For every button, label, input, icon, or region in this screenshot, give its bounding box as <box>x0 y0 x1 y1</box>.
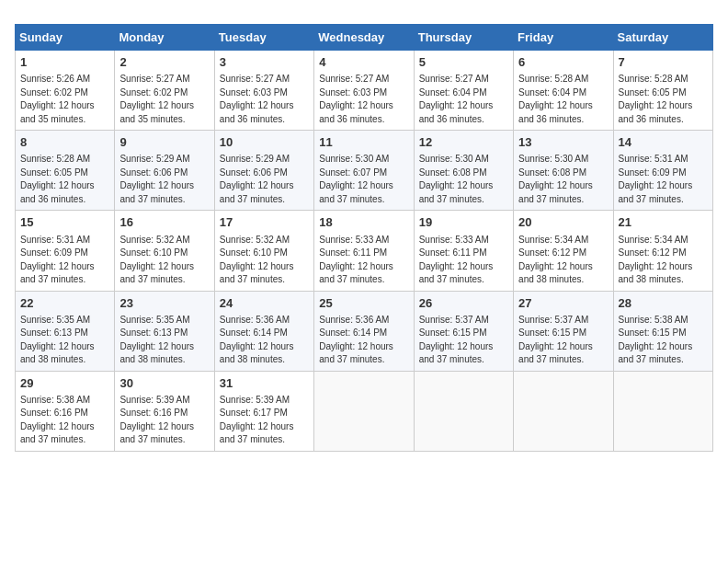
calendar-cell: 9Sunrise: 5:29 AM Sunset: 6:06 PM Daylig… <box>115 131 214 211</box>
calendar-cell: 3Sunrise: 5:27 AM Sunset: 6:03 PM Daylig… <box>214 51 313 131</box>
day-info: Sunrise: 5:27 AM Sunset: 6:03 PM Dayligh… <box>220 73 309 126</box>
calendar-week-5: 29Sunrise: 5:38 AM Sunset: 6:16 PM Dayli… <box>16 371 713 451</box>
calendar-cell: 6Sunrise: 5:28 AM Sunset: 6:04 PM Daylig… <box>514 51 613 131</box>
calendar-cell: 11Sunrise: 5:30 AM Sunset: 6:07 PM Dayli… <box>314 131 414 211</box>
day-number: 12 <box>419 134 508 151</box>
day-number: 10 <box>220 134 309 151</box>
day-number: 25 <box>319 295 408 312</box>
day-info: Sunrise: 5:28 AM Sunset: 6:04 PM Dayligh… <box>518 73 608 126</box>
day-info: Sunrise: 5:29 AM Sunset: 6:06 PM Dayligh… <box>220 153 309 206</box>
day-info: Sunrise: 5:29 AM Sunset: 6:06 PM Dayligh… <box>119 153 209 206</box>
calendar-cell: 5Sunrise: 5:27 AM Sunset: 6:04 PM Daylig… <box>414 51 513 131</box>
day-number: 17 <box>220 214 309 231</box>
day-number: 5 <box>419 54 508 71</box>
calendar-cell: 30Sunrise: 5:39 AM Sunset: 6:16 PM Dayli… <box>115 371 214 451</box>
day-number: 30 <box>119 375 209 392</box>
calendar-cell: 13Sunrise: 5:30 AM Sunset: 6:08 PM Dayli… <box>514 131 613 211</box>
day-info: Sunrise: 5:32 AM Sunset: 6:10 PM Dayligh… <box>220 234 309 287</box>
day-number: 15 <box>20 214 109 231</box>
day-info: Sunrise: 5:30 AM Sunset: 6:07 PM Dayligh… <box>319 153 408 206</box>
weekday-header-thursday: Thursday <box>414 25 513 51</box>
day-info: Sunrise: 5:33 AM Sunset: 6:11 PM Dayligh… <box>419 234 508 287</box>
day-number: 28 <box>619 295 708 312</box>
calendar-week-1: 1Sunrise: 5:26 AM Sunset: 6:02 PM Daylig… <box>16 51 713 131</box>
calendar-cell: 2Sunrise: 5:27 AM Sunset: 6:02 PM Daylig… <box>115 51 214 131</box>
calendar-cell: 15Sunrise: 5:31 AM Sunset: 6:09 PM Dayli… <box>16 211 115 291</box>
day-number: 22 <box>20 295 109 312</box>
calendar-cell: 22Sunrise: 5:35 AM Sunset: 6:13 PM Dayli… <box>16 291 115 371</box>
day-info: Sunrise: 5:28 AM Sunset: 6:05 PM Dayligh… <box>20 153 109 206</box>
weekday-header-row: SundayMondayTuesdayWednesdayThursdayFrid… <box>16 25 713 51</box>
day-number: 9 <box>119 134 209 151</box>
weekday-header-friday: Friday <box>514 25 613 51</box>
weekday-header-tuesday: Tuesday <box>214 25 313 51</box>
day-info: Sunrise: 5:31 AM Sunset: 6:09 PM Dayligh… <box>20 234 109 287</box>
calendar-cell: 1Sunrise: 5:26 AM Sunset: 6:02 PM Daylig… <box>16 51 115 131</box>
day-info: Sunrise: 5:33 AM Sunset: 6:11 PM Dayligh… <box>319 234 408 287</box>
calendar-cell: 12Sunrise: 5:30 AM Sunset: 6:08 PM Dayli… <box>414 131 513 211</box>
day-info: Sunrise: 5:38 AM Sunset: 6:16 PM Dayligh… <box>20 394 109 447</box>
calendar-cell: 23Sunrise: 5:35 AM Sunset: 6:13 PM Dayli… <box>115 291 214 371</box>
day-info: Sunrise: 5:37 AM Sunset: 6:15 PM Dayligh… <box>518 314 608 367</box>
day-number: 20 <box>518 214 608 231</box>
day-number: 23 <box>119 295 209 312</box>
calendar-cell: 18Sunrise: 5:33 AM Sunset: 6:11 PM Dayli… <box>314 211 414 291</box>
day-info: Sunrise: 5:39 AM Sunset: 6:16 PM Dayligh… <box>119 394 209 447</box>
calendar-cell: 26Sunrise: 5:37 AM Sunset: 6:15 PM Dayli… <box>414 291 513 371</box>
day-info: Sunrise: 5:34 AM Sunset: 6:12 PM Dayligh… <box>518 234 608 287</box>
day-info: Sunrise: 5:36 AM Sunset: 6:14 PM Dayligh… <box>220 314 309 367</box>
calendar-cell: 27Sunrise: 5:37 AM Sunset: 6:15 PM Dayli… <box>514 291 613 371</box>
day-number: 26 <box>419 295 508 312</box>
day-info: Sunrise: 5:27 AM Sunset: 6:03 PM Dayligh… <box>319 73 408 126</box>
day-number: 21 <box>619 214 708 231</box>
day-number: 14 <box>619 134 708 151</box>
weekday-header-saturday: Saturday <box>613 25 712 51</box>
day-info: Sunrise: 5:38 AM Sunset: 6:15 PM Dayligh… <box>619 314 708 367</box>
day-number: 7 <box>619 54 708 71</box>
day-info: Sunrise: 5:27 AM Sunset: 6:02 PM Dayligh… <box>119 73 209 126</box>
weekday-header-monday: Monday <box>115 25 214 51</box>
calendar-cell: 10Sunrise: 5:29 AM Sunset: 6:06 PM Dayli… <box>214 131 313 211</box>
day-info: Sunrise: 5:35 AM Sunset: 6:13 PM Dayligh… <box>119 314 209 367</box>
calendar-cell <box>514 371 613 451</box>
calendar-cell: 19Sunrise: 5:33 AM Sunset: 6:11 PM Dayli… <box>414 211 513 291</box>
calendar-cell <box>414 371 513 451</box>
calendar-header: SundayMondayTuesdayWednesdayThursdayFrid… <box>16 25 713 51</box>
day-info: Sunrise: 5:26 AM Sunset: 6:02 PM Dayligh… <box>20 73 109 126</box>
day-number: 16 <box>119 214 209 231</box>
calendar-cell: 28Sunrise: 5:38 AM Sunset: 6:15 PM Dayli… <box>613 291 712 371</box>
calendar-cell: 25Sunrise: 5:36 AM Sunset: 6:14 PM Dayli… <box>314 291 414 371</box>
weekday-header-wednesday: Wednesday <box>314 25 414 51</box>
calendar-week-2: 8Sunrise: 5:28 AM Sunset: 6:05 PM Daylig… <box>16 131 713 211</box>
calendar-cell <box>314 371 414 451</box>
calendar-week-3: 15Sunrise: 5:31 AM Sunset: 6:09 PM Dayli… <box>16 211 713 291</box>
calendar-cell: 24Sunrise: 5:36 AM Sunset: 6:14 PM Dayli… <box>214 291 313 371</box>
day-info: Sunrise: 5:32 AM Sunset: 6:10 PM Dayligh… <box>119 234 209 287</box>
calendar-cell: 7Sunrise: 5:28 AM Sunset: 6:05 PM Daylig… <box>613 51 712 131</box>
calendar-cell: 21Sunrise: 5:34 AM Sunset: 6:12 PM Dayli… <box>613 211 712 291</box>
day-info: Sunrise: 5:30 AM Sunset: 6:08 PM Dayligh… <box>419 153 508 206</box>
day-number: 6 <box>518 54 608 71</box>
day-info: Sunrise: 5:28 AM Sunset: 6:05 PM Dayligh… <box>619 73 708 126</box>
calendar-cell: 31Sunrise: 5:39 AM Sunset: 6:17 PM Dayli… <box>214 371 313 451</box>
day-number: 1 <box>20 54 109 71</box>
day-info: Sunrise: 5:37 AM Sunset: 6:15 PM Dayligh… <box>419 314 508 367</box>
calendar-cell: 20Sunrise: 5:34 AM Sunset: 6:12 PM Dayli… <box>514 211 613 291</box>
day-info: Sunrise: 5:39 AM Sunset: 6:17 PM Dayligh… <box>220 394 309 447</box>
calendar-cell: 14Sunrise: 5:31 AM Sunset: 6:09 PM Dayli… <box>613 131 712 211</box>
calendar-body: 1Sunrise: 5:26 AM Sunset: 6:02 PM Daylig… <box>16 51 713 452</box>
calendar-cell: 8Sunrise: 5:28 AM Sunset: 6:05 PM Daylig… <box>16 131 115 211</box>
day-number: 31 <box>220 375 309 392</box>
day-number: 13 <box>518 134 608 151</box>
day-number: 2 <box>119 54 209 71</box>
day-info: Sunrise: 5:30 AM Sunset: 6:08 PM Dayligh… <box>518 153 608 206</box>
day-info: Sunrise: 5:35 AM Sunset: 6:13 PM Dayligh… <box>20 314 109 367</box>
calendar-week-4: 22Sunrise: 5:35 AM Sunset: 6:13 PM Dayli… <box>16 291 713 371</box>
day-info: Sunrise: 5:34 AM Sunset: 6:12 PM Dayligh… <box>619 234 708 287</box>
day-info: Sunrise: 5:31 AM Sunset: 6:09 PM Dayligh… <box>619 153 708 206</box>
calendar-cell: 4Sunrise: 5:27 AM Sunset: 6:03 PM Daylig… <box>314 51 414 131</box>
day-number: 24 <box>220 295 309 312</box>
day-number: 11 <box>319 134 408 151</box>
day-info: Sunrise: 5:36 AM Sunset: 6:14 PM Dayligh… <box>319 314 408 367</box>
day-number: 3 <box>220 54 309 71</box>
